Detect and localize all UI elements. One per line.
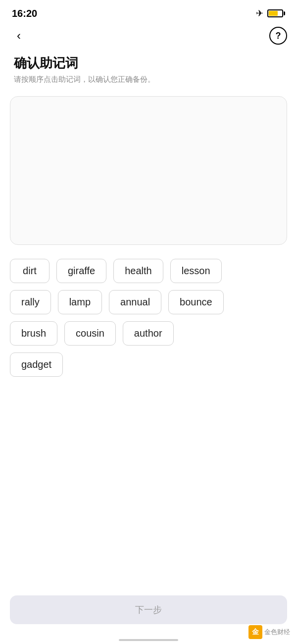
word-chip-lamp[interactable]: lamp [58,290,102,314]
word-chip-gadget[interactable]: gadget [10,352,63,377]
battery-icon [267,9,285,17]
status-icons: ✈ [256,8,285,19]
help-button[interactable]: ? [269,27,287,45]
word-grid: dirt giraffe health lesson rally lamp an… [0,255,297,381]
battery-tip [284,11,285,15]
battery-fill [269,11,278,16]
brand-bar: 金 金色财经 [248,625,290,639]
page-header: 确认助记词 请按顺序点击助记词，以确认您正确备份。 [0,51,297,92]
word-chip-lesson[interactable]: lesson [170,259,222,283]
selection-area [10,96,287,245]
status-time: 16:20 [12,8,37,19]
word-chip-annual[interactable]: annual [109,290,161,314]
battery-body [267,9,283,17]
word-chip-giraffe[interactable]: giraffe [56,259,106,283]
page-title: 确认助记词 [14,55,283,72]
status-bar: 16:20 ✈ [0,0,297,25]
word-chip-dirt[interactable]: dirt [10,259,50,283]
airplane-icon: ✈ [256,8,263,19]
brand-logo: 金 [248,625,262,639]
word-chip-author[interactable]: author [123,321,174,346]
word-chip-cousin[interactable]: cousin [64,321,116,346]
word-row-1: dirt giraffe health lesson [10,259,287,283]
word-chip-brush[interactable]: brush [10,321,57,346]
word-row-2: rally lamp annual bounce [10,290,287,314]
page-subtitle: 请按顺序点击助记词，以确认您正确备份。 [14,75,283,84]
word-chip-health[interactable]: health [113,259,163,283]
word-chip-rally[interactable]: rally [10,290,51,314]
word-chip-bounce[interactable]: bounce [168,290,224,314]
word-row-4: gadget [10,352,287,377]
footer: 下一步 [0,595,297,624]
brand-name: 金色财经 [264,628,290,637]
word-row-3: brush cousin author [10,321,287,346]
back-button[interactable]: ‹ [10,27,28,45]
nav-bar: ‹ ? [0,25,297,51]
home-indicator [119,639,178,641]
next-button[interactable]: 下一步 [10,595,287,624]
